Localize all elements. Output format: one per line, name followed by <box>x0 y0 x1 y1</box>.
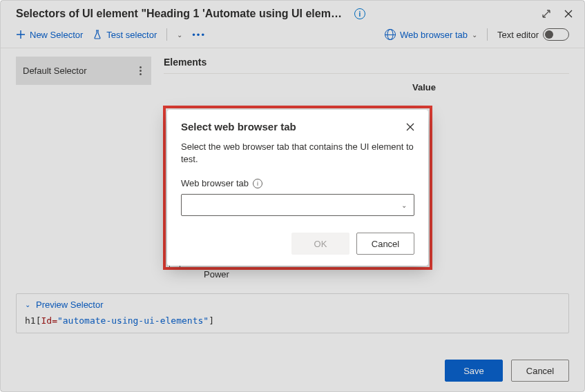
info-icon[interactable]: i <box>253 179 262 188</box>
dialog-field-label: Web browser tab <box>181 178 249 188</box>
dialog-close-icon[interactable] <box>406 123 414 131</box>
dialog-title: Select web browser tab <box>181 121 296 133</box>
cancel-button[interactable]: Cancel <box>356 233 414 255</box>
select-browser-tab-dialog: Select web browser tab Select the web br… <box>167 110 428 266</box>
web-browser-tab-select[interactable]: ⌄ <box>181 194 414 216</box>
annotation-highlight: Select web browser tab Select the web br… <box>163 106 432 270</box>
dialog-description: Select the web browser tab that contains… <box>181 141 414 166</box>
ok-button: OK <box>291 233 349 255</box>
selector-builder-window: Selectors of UI element "Heading 1 'Auto… <box>0 0 585 392</box>
chevron-down-icon: ⌄ <box>401 202 407 209</box>
